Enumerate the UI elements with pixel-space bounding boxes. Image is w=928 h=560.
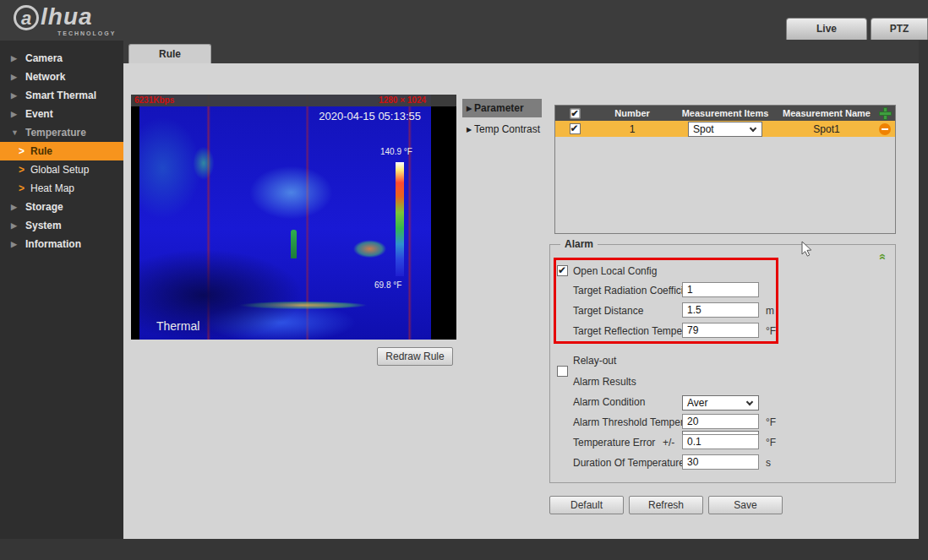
sidebar-item-event[interactable]: ▶ Event [0,105,123,123]
col-header-measurement-name: Measurement Name [783,108,871,118]
duration-of-temperature-input[interactable]: 30 [682,454,759,470]
chevron-down-icon: ▼ [11,123,19,142]
osd-timestamp: 2020-04-15 05:13:55 [319,110,421,122]
collapse-icon[interactable]: « [876,253,890,260]
side-tab-label: Parameter [474,102,524,114]
temperature-error-unit: °F [766,437,776,449]
sidebar-item-label: Camera [25,49,63,68]
chevron-right-icon: ▶ [11,49,17,68]
add-rule-icon[interactable] [880,108,891,119]
scale-max-label: 140.9 °F [380,147,412,156]
alarm-threshold-temp-input[interactable]: 20 [682,414,759,429]
alarm-condition-label: Alarm Condition [573,396,645,408]
sidebar-item-label: Information [25,235,81,253]
side-tab-label: Temp Contrast [474,123,540,135]
sidebar-item-system[interactable]: ▶ System [0,216,123,235]
open-local-config-checkbox[interactable] [557,265,568,276]
redraw-rule-button[interactable]: Redraw Rule [377,347,453,366]
sidebar-item-temperature[interactable]: ▼ Temperature [0,123,123,142]
table-row[interactable]: 1 Spot Spot1 [555,121,895,137]
sidebar-item-smart-thermal[interactable]: ▶ Smart Thermal [0,86,123,105]
ptz-tab-button[interactable]: PTZ [871,18,928,40]
live-tab-button[interactable]: Live [786,18,867,40]
mouse-cursor-icon [800,241,813,258]
sidebar-item-label: Storage [25,198,63,216]
target-distance-label: Target Distance [573,305,643,317]
content-area: 6231Kbps 1280 × 1024 2020-04-15 05:13:55… [123,63,919,539]
chevron-right-icon: ▶ [11,198,17,216]
sidebar-item-label: System [25,216,62,235]
chevron-right-icon: ▶ [11,235,17,253]
chevron-right-icon: ▶ [11,68,17,86]
scale-min-label: 69.8 °F [374,280,401,290]
row-measurement-name: Spot1 [813,123,839,135]
alarm-legend: Alarm [560,238,598,250]
default-button[interactable]: Default [549,496,624,514]
duration-of-temperature-unit: s [766,457,771,469]
alarm-threshold-temp-unit: °F [766,416,776,428]
sidebar-item-label: Event [25,105,53,123]
top-header: alhua TECHNOLOGY Live PTZ [0,0,928,41]
sidebar-item-rule[interactable]: > Rule [0,142,123,160]
delete-rule-icon[interactable] [879,123,891,135]
row-checkbox[interactable] [570,123,581,134]
sidebar-item-information[interactable]: ▶ Information [0,235,123,253]
temperature-scale-bar [396,162,404,276]
save-button[interactable]: Save [708,496,783,514]
logo-text: lhua [41,3,93,30]
sidebar-item-label: Heat Map [30,179,74,198]
chevron-right-icon: > [19,142,25,160]
tab-parameter[interactable]: ▶ Parameter [462,99,542,117]
caret-right-icon: ▶ [467,121,472,139]
target-distance-unit: m [766,305,774,317]
target-radiation-coefficient-input[interactable]: 1 [682,282,759,297]
stream-name-label: Thermal [156,319,199,333]
target-distance-input[interactable]: 1.5 [682,302,759,318]
sidebar-item-label: Global Setup [30,160,89,179]
thermal-video-preview[interactable]: 6231Kbps 1280 × 1024 2020-04-15 05:13:55… [131,95,456,340]
sidebar-nav: ▶ Camera ▶ Network ▶ Smart Thermal ▶ Eve… [0,41,123,539]
sidebar-item-label: Temperature [25,123,86,142]
col-header-number: Number [614,108,650,118]
measurement-table: Number Measurement Items Measurement Nam… [554,105,896,234]
sidebar-item-label: Network [25,68,65,86]
tab-temp-contrast[interactable]: ▶ Temp Contrast [462,120,542,139]
temperature-error-input[interactable]: 0.1 [682,434,759,449]
sidebar-item-camera[interactable]: ▶ Camera [0,49,123,68]
select-all-checkbox[interactable] [570,108,580,118]
osd-strip: 6231Kbps 1280 × 1024 [131,95,456,106]
alarm-results-label: Alarm Results [573,376,636,388]
refresh-button[interactable]: Refresh [629,496,703,514]
chevron-right-icon: ▶ [11,105,17,123]
select-value: Aver [687,397,707,409]
sidebar-item-global-setup[interactable]: > Global Setup [0,160,123,179]
sidebar-item-storage[interactable]: ▶ Storage [0,198,123,216]
dahua-logo: alhua TECHNOLOGY [14,3,93,30]
chevron-down-icon [750,124,756,131]
chevron-right-icon: > [19,160,25,179]
chevron-right-icon: ▶ [11,216,17,235]
thermal-bottle-shape [291,230,297,258]
chevron-right-icon: > [19,179,25,198]
chevron-down-icon [746,399,753,405]
osd-bitrate: 6231Kbps [134,95,174,105]
logo-a-icon: a [14,5,39,30]
sidebar-item-network[interactable]: ▶ Network [0,68,123,86]
sidebar-item-label: Smart Thermal [25,86,96,105]
duration-of-temperature-label: Duration Of Temperature [573,457,685,469]
select-value: Spot [693,123,714,135]
chevron-right-icon: ▶ [11,86,17,105]
relay-out-checkbox[interactable] [557,366,568,377]
col-header-measurement-items: Measurement Items [682,108,769,118]
measurement-item-select[interactable]: Spot [688,122,762,137]
relay-out-label: Relay-out [573,355,616,367]
osd-resolution: 1280 × 1024 [379,95,426,105]
tab-rule[interactable]: Rule [128,44,211,63]
target-reflection-temp-input[interactable]: 79 [682,323,759,338]
logo-subtext: TECHNOLOGY [57,30,116,36]
sidebar-item-heat-map[interactable]: > Heat Map [0,179,123,198]
row-number: 1 [630,123,636,135]
thermal-scene-image [139,95,431,340]
temperature-error-prefix: +/- [663,437,674,449]
alarm-results-select[interactable]: Aver [682,395,759,410]
